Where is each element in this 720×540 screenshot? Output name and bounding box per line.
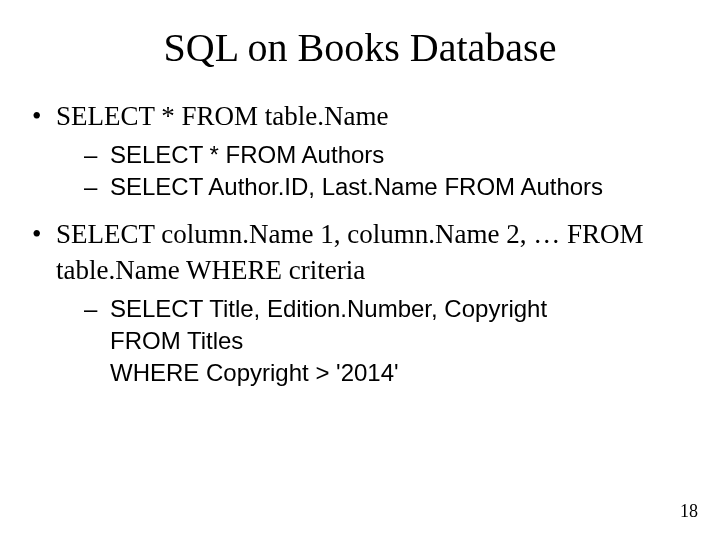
bullet-1-sublist: SELECT * FROM Authors SELECT Author.ID, … [56, 139, 692, 204]
bullet-list: SELECT * FROM table.Name SELECT * FROM A… [28, 99, 692, 390]
slide-title: SQL on Books Database [0, 0, 720, 99]
page-number: 18 [680, 501, 698, 522]
bullet-1-text: SELECT * FROM table.Name [56, 101, 388, 131]
bullet-2-sub-2: FROM Titles [56, 325, 692, 357]
bullet-2-sub-3: WHERE Copyright > '2014' [56, 357, 692, 389]
slide-content: SELECT * FROM table.Name SELECT * FROM A… [0, 99, 720, 390]
bullet-1-sub-1: SELECT * FROM Authors [56, 139, 692, 171]
slide: SQL on Books Database SELECT * FROM tabl… [0, 0, 720, 540]
bullet-2-text: SELECT column.Name 1, column.Name 2, … F… [56, 219, 643, 285]
bullet-1: SELECT * FROM table.Name SELECT * FROM A… [28, 99, 692, 203]
bullet-1-sub-2: SELECT Author.ID, Last.Name FROM Authors [56, 171, 692, 203]
bullet-2-sub-1: SELECT Title, Edition.Number, Copyright [56, 293, 692, 325]
bullet-2: SELECT column.Name 1, column.Name 2, … F… [28, 217, 692, 389]
bullet-2-sublist: SELECT Title, Edition.Number, Copyright … [56, 293, 692, 390]
